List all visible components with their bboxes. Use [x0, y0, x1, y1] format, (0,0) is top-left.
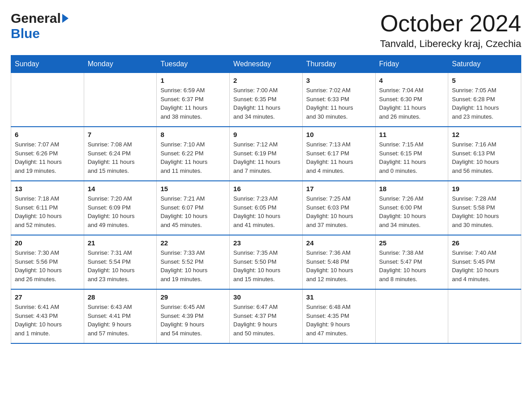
day-info: Sunrise: 6:43 AMSunset: 4:41 PMDaylight:…	[88, 303, 153, 338]
calendar-day-cell: 2Sunrise: 7:00 AMSunset: 6:35 PMDaylight…	[230, 73, 303, 127]
calendar-day-cell: 25Sunrise: 7:38 AMSunset: 5:47 PMDayligh…	[375, 235, 448, 289]
day-info: Sunrise: 7:15 AMSunset: 6:15 PMDaylight:…	[379, 140, 445, 175]
day-number: 6	[15, 131, 80, 138]
day-number: 5	[452, 77, 517, 84]
calendar-day-cell: 10Sunrise: 7:13 AMSunset: 6:17 PMDayligh…	[302, 127, 375, 181]
calendar-week-row: 6Sunrise: 7:07 AMSunset: 6:26 PMDaylight…	[11, 127, 521, 181]
day-info: Sunrise: 6:47 AMSunset: 4:37 PMDaylight:…	[233, 303, 299, 338]
day-info: Sunrise: 7:20 AMSunset: 6:09 PMDaylight:…	[88, 194, 153, 229]
logo-blue-text: Blue	[11, 26, 40, 41]
calendar-day-cell	[448, 289, 521, 343]
calendar-day-cell	[375, 289, 448, 343]
day-info: Sunrise: 7:30 AMSunset: 5:56 PMDaylight:…	[15, 248, 80, 283]
day-info: Sunrise: 7:21 AMSunset: 6:07 PMDaylight:…	[160, 194, 226, 229]
day-number: 7	[88, 131, 153, 138]
day-info: Sunrise: 7:18 AMSunset: 6:11 PMDaylight:…	[15, 194, 80, 229]
day-number: 28	[88, 293, 153, 301]
day-info: Sunrise: 6:41 AMSunset: 4:43 PMDaylight:…	[15, 303, 80, 338]
day-number: 27	[15, 293, 80, 301]
calendar-day-cell	[84, 73, 157, 127]
day-info: Sunrise: 6:48 AMSunset: 4:35 PMDaylight:…	[306, 303, 372, 338]
location-title: Tanvald, Liberecky kraj, Czechia	[380, 38, 521, 50]
page-header: General Blue October 2024 Tanvald, Liber…	[11, 11, 521, 50]
day-number: 18	[379, 185, 445, 193]
day-info: Sunrise: 7:07 AMSunset: 6:26 PMDaylight:…	[15, 140, 80, 175]
day-number: 21	[88, 239, 153, 247]
day-number: 13	[15, 185, 80, 193]
calendar-day-cell: 24Sunrise: 7:36 AMSunset: 5:48 PMDayligh…	[302, 235, 375, 289]
calendar-day-cell: 3Sunrise: 7:02 AMSunset: 6:33 PMDaylight…	[302, 73, 375, 127]
calendar-day-cell: 26Sunrise: 7:40 AMSunset: 5:45 PMDayligh…	[448, 235, 521, 289]
day-info: Sunrise: 7:02 AMSunset: 6:33 PMDaylight:…	[306, 86, 372, 121]
day-info: Sunrise: 7:35 AMSunset: 5:50 PMDaylight:…	[233, 248, 299, 283]
day-info: Sunrise: 7:25 AMSunset: 6:03 PMDaylight:…	[306, 194, 372, 229]
day-info: Sunrise: 7:12 AMSunset: 6:19 PMDaylight:…	[233, 140, 299, 175]
day-info: Sunrise: 7:08 AMSunset: 6:24 PMDaylight:…	[88, 140, 153, 175]
day-info: Sunrise: 7:26 AMSunset: 6:00 PMDaylight:…	[379, 194, 445, 229]
calendar-day-cell: 28Sunrise: 6:43 AMSunset: 4:41 PMDayligh…	[84, 289, 157, 343]
day-number: 11	[379, 131, 445, 138]
calendar-day-cell: 14Sunrise: 7:20 AMSunset: 6:09 PMDayligh…	[84, 181, 157, 235]
calendar-week-row: 27Sunrise: 6:41 AMSunset: 4:43 PMDayligh…	[11, 289, 521, 343]
day-of-week-header: Thursday	[302, 56, 375, 73]
calendar-day-cell: 17Sunrise: 7:25 AMSunset: 6:03 PMDayligh…	[302, 181, 375, 235]
day-of-week-header: Friday	[375, 56, 448, 73]
calendar-day-cell: 19Sunrise: 7:28 AMSunset: 5:58 PMDayligh…	[448, 181, 521, 235]
calendar-day-cell: 11Sunrise: 7:15 AMSunset: 6:15 PMDayligh…	[375, 127, 448, 181]
calendar-day-cell: 9Sunrise: 7:12 AMSunset: 6:19 PMDaylight…	[230, 127, 303, 181]
calendar-day-cell: 1Sunrise: 6:59 AMSunset: 6:37 PMDaylight…	[157, 73, 230, 127]
day-number: 16	[233, 185, 299, 193]
day-number: 24	[306, 239, 372, 247]
day-of-week-header: Saturday	[448, 56, 521, 73]
calendar-day-cell: 8Sunrise: 7:10 AMSunset: 6:22 PMDaylight…	[157, 127, 230, 181]
calendar-day-cell: 29Sunrise: 6:45 AMSunset: 4:39 PMDayligh…	[157, 289, 230, 343]
calendar-day-cell: 12Sunrise: 7:16 AMSunset: 6:13 PMDayligh…	[448, 127, 521, 181]
day-number: 20	[15, 239, 80, 247]
calendar-day-cell	[11, 73, 84, 127]
calendar-day-cell: 21Sunrise: 7:31 AMSunset: 5:54 PMDayligh…	[84, 235, 157, 289]
title-section: October 2024 Tanvald, Liberecky kraj, Cz…	[380, 11, 521, 50]
day-info: Sunrise: 6:59 AMSunset: 6:37 PMDaylight:…	[160, 86, 226, 121]
calendar-day-cell: 23Sunrise: 7:35 AMSunset: 5:50 PMDayligh…	[230, 235, 303, 289]
calendar-day-cell: 6Sunrise: 7:07 AMSunset: 6:26 PMDaylight…	[11, 127, 84, 181]
day-number: 25	[379, 239, 445, 247]
calendar-day-cell: 20Sunrise: 7:30 AMSunset: 5:56 PMDayligh…	[11, 235, 84, 289]
day-number: 15	[160, 185, 226, 193]
day-number: 3	[306, 77, 372, 84]
calendar-day-cell: 15Sunrise: 7:21 AMSunset: 6:07 PMDayligh…	[157, 181, 230, 235]
month-title: October 2024	[380, 11, 521, 36]
calendar-week-row: 1Sunrise: 6:59 AMSunset: 6:37 PMDaylight…	[11, 73, 521, 127]
day-number: 23	[233, 239, 299, 247]
logo-arrow-icon	[62, 14, 69, 23]
day-info: Sunrise: 7:28 AMSunset: 5:58 PMDaylight:…	[452, 194, 517, 229]
day-info: Sunrise: 7:31 AMSunset: 5:54 PMDaylight:…	[88, 248, 153, 283]
day-number: 30	[233, 293, 299, 301]
day-number: 8	[160, 131, 226, 138]
logo-general-text: General	[11, 11, 61, 26]
calendar-day-cell: 7Sunrise: 7:08 AMSunset: 6:24 PMDaylight…	[84, 127, 157, 181]
calendar-day-cell: 4Sunrise: 7:04 AMSunset: 6:30 PMDaylight…	[375, 73, 448, 127]
day-number: 10	[306, 131, 372, 138]
day-number: 29	[160, 293, 226, 301]
day-info: Sunrise: 7:04 AMSunset: 6:30 PMDaylight:…	[379, 86, 445, 121]
day-number: 9	[233, 131, 299, 138]
day-of-week-header: Sunday	[11, 56, 84, 73]
day-of-week-header: Monday	[84, 56, 157, 73]
day-number: 31	[306, 293, 372, 301]
day-number: 1	[160, 77, 226, 84]
day-info: Sunrise: 7:38 AMSunset: 5:47 PMDaylight:…	[379, 248, 445, 283]
day-info: Sunrise: 7:05 AMSunset: 6:28 PMDaylight:…	[452, 86, 517, 121]
day-info: Sunrise: 6:45 AMSunset: 4:39 PMDaylight:…	[160, 303, 226, 338]
day-info: Sunrise: 7:33 AMSunset: 5:52 PMDaylight:…	[160, 248, 226, 283]
calendar-day-cell: 13Sunrise: 7:18 AMSunset: 6:11 PMDayligh…	[11, 181, 84, 235]
calendar-week-row: 13Sunrise: 7:18 AMSunset: 6:11 PMDayligh…	[11, 181, 521, 235]
calendar-week-row: 20Sunrise: 7:30 AMSunset: 5:56 PMDayligh…	[11, 235, 521, 289]
logo: General Blue	[11, 11, 69, 41]
day-info: Sunrise: 7:10 AMSunset: 6:22 PMDaylight:…	[160, 140, 226, 175]
calendar-table: SundayMondayTuesdayWednesdayThursdayFrid…	[11, 55, 521, 344]
day-info: Sunrise: 7:13 AMSunset: 6:17 PMDaylight:…	[306, 140, 372, 175]
day-info: Sunrise: 7:00 AMSunset: 6:35 PMDaylight:…	[233, 86, 299, 121]
calendar-day-cell: 22Sunrise: 7:33 AMSunset: 5:52 PMDayligh…	[157, 235, 230, 289]
calendar-day-cell: 5Sunrise: 7:05 AMSunset: 6:28 PMDaylight…	[448, 73, 521, 127]
calendar-day-cell: 18Sunrise: 7:26 AMSunset: 6:00 PMDayligh…	[375, 181, 448, 235]
